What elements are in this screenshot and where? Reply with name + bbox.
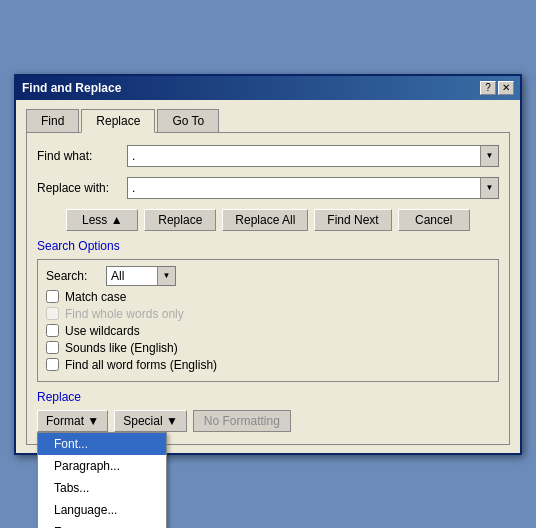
sounds-like-label: Sounds like (English) [65,341,178,355]
tabs-container: Find Replace Go To [26,108,510,132]
search-options-title[interactable]: Search Options [37,239,499,253]
format-button[interactable]: Format ▼ [37,410,108,432]
replace-with-input[interactable]: . [127,177,499,199]
find-what-dropdown[interactable] [480,146,498,166]
find-whole-words-label: Find whole words only [65,307,184,321]
format-dropdown-menu: Font... Paragraph... Tabs... Language...… [37,432,167,529]
find-all-forms-label: Find all word forms (English) [65,358,217,372]
menu-item-paragraph[interactable]: Paragraph... [38,455,166,477]
title-bar: Find and Replace ? ✕ [16,76,520,100]
use-wildcards-label: Use wildcards [65,324,140,338]
search-dropdown-arrow[interactable]: ▼ [157,267,175,285]
find-whole-words-row: Find whole words only [46,307,490,321]
use-wildcards-checkbox[interactable] [46,324,59,337]
dialog-content: Find Replace Go To Find what: . Replace … [16,100,520,453]
replace-with-dropdown[interactable] [480,178,498,198]
menu-item-frame[interactable]: Frame... [38,521,166,529]
tab-content: Find what: . Replace with: . Less ▲ Repl… [26,132,510,445]
replace-section-title[interactable]: Replace [37,390,499,404]
find-all-forms-checkbox[interactable] [46,358,59,371]
buttons-row: Less ▲ Replace Replace All Find Next Can… [37,209,499,231]
replace-with-row: Replace with: . [37,177,499,199]
find-what-input[interactable]: . [127,145,499,167]
menu-item-language[interactable]: Language... [38,499,166,521]
search-options-panel: Search: All ▼ Match case Find whole wor [37,259,499,382]
action-buttons: Format ▼ Font... Paragraph... Tabs... La… [37,410,499,432]
find-what-row: Find what: . [37,145,499,167]
menu-item-font[interactable]: Font... [38,433,166,455]
search-label: Search: [46,269,106,283]
format-wrapper: Format ▼ Font... Paragraph... Tabs... La… [37,410,108,432]
find-next-button[interactable]: Find Next [314,209,391,231]
find-what-label: Find what: [37,149,127,163]
match-case-checkbox[interactable] [46,290,59,303]
title-bar-controls: ? ✕ [480,81,514,95]
sounds-like-row: Sounds like (English) [46,341,490,355]
tab-goto[interactable]: Go To [157,109,219,133]
replace-button[interactable]: Replace [144,209,216,231]
tab-find[interactable]: Find [26,109,79,133]
replace-section: Replace Format ▼ Font... Paragraph... Ta… [37,390,499,432]
use-wildcards-row: Use wildcards [46,324,490,338]
replace-all-button[interactable]: Replace All [222,209,308,231]
cancel-button[interactable]: Cancel [398,209,470,231]
help-button[interactable]: ? [480,81,496,95]
menu-item-tabs[interactable]: Tabs... [38,477,166,499]
find-whole-words-checkbox[interactable] [46,307,59,320]
replace-with-label: Replace with: [37,181,127,195]
match-case-row: Match case [46,290,490,304]
search-select[interactable]: All ▼ [106,266,176,286]
tab-replace[interactable]: Replace [81,109,155,133]
find-replace-dialog: Find and Replace ? ✕ Find Replace Go To … [14,74,522,455]
match-case-label: Match case [65,290,126,304]
find-all-forms-row: Find all word forms (English) [46,358,490,372]
less-button[interactable]: Less ▲ [66,209,138,231]
special-button[interactable]: Special ▼ [114,410,187,432]
dialog-title: Find and Replace [22,81,121,95]
no-formatting-button[interactable]: No Formatting [193,410,291,432]
search-row: Search: All ▼ [46,266,490,286]
close-button[interactable]: ✕ [498,81,514,95]
sounds-like-checkbox[interactable] [46,341,59,354]
